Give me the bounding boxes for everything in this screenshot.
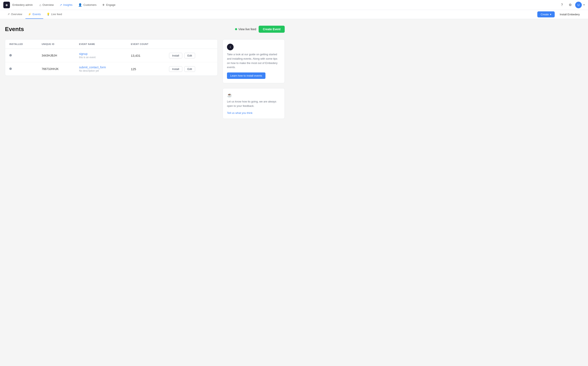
row1-installed bbox=[5, 49, 37, 62]
create-event-label: Create Event bbox=[263, 28, 281, 31]
row2-event-name-cell: submit_contact_form No description yet bbox=[75, 62, 127, 76]
row1-event-name-cell: signup this is an event bbox=[75, 49, 127, 62]
col-actions bbox=[165, 39, 217, 49]
col-unique-id: UNIQUE ID bbox=[37, 39, 75, 49]
sub-nav-livefeed[interactable]: 💡 Live feed bbox=[44, 10, 65, 19]
logo-symbol: ◈ bbox=[5, 3, 8, 7]
sub-nav-events[interactable]: ⚡ Events bbox=[25, 10, 43, 19]
livefeed-icon: 💡 bbox=[46, 13, 50, 16]
row2-event-count: 125 bbox=[127, 62, 165, 76]
table-row: 76673JHHJK submit_contact_form No descri… bbox=[5, 62, 217, 76]
col-installed: INSTALLED bbox=[5, 39, 37, 49]
nav-label-overview: Overview bbox=[42, 3, 54, 7]
events-table-container: INSTALLED UNIQUE ID EVENT NAME EVENT COU… bbox=[5, 39, 218, 76]
events-icon: ⚡ bbox=[28, 13, 31, 16]
row2-installed bbox=[5, 62, 37, 76]
insights-icon: ↗ bbox=[60, 3, 62, 7]
sidebar: i Take a look at our guide on getting st… bbox=[223, 39, 285, 119]
top-nav: ◈ Embedery admin ⌂ Overview ↗ Insights 👤… bbox=[0, 0, 588, 10]
row1-event-desc: this is an event bbox=[79, 56, 123, 59]
content-area: INSTALLED UNIQUE ID EVENT NAME EVENT COU… bbox=[5, 39, 285, 119]
create-chevron-icon: ▾ bbox=[550, 13, 551, 16]
view-live-feed-button[interactable]: View live feed bbox=[235, 28, 256, 31]
col-event-count: EVENT COUNT bbox=[127, 39, 165, 49]
help-icon: ? bbox=[561, 3, 563, 7]
table-body: 3443HJBJH signup this is an event 13,431… bbox=[5, 49, 217, 76]
row1-event-name-link[interactable]: signup bbox=[79, 52, 123, 55]
engage-icon: ✈ bbox=[102, 3, 105, 7]
create-event-button[interactable]: Create Event bbox=[259, 26, 285, 33]
customers-icon: 👤 bbox=[78, 3, 82, 7]
user-avatar[interactable]: U bbox=[575, 2, 582, 8]
row1-event-count: 13,431 bbox=[127, 49, 165, 62]
nav-item-customers[interactable]: 👤 Customers bbox=[76, 2, 99, 8]
create-button-label: Create bbox=[541, 13, 549, 16]
help-button[interactable]: ? bbox=[559, 2, 565, 8]
settings-button[interactable]: ⚙ bbox=[567, 2, 573, 8]
table-row: 3443HJBJH signup this is an event 13,431… bbox=[5, 49, 217, 62]
view-live-feed-label: View live feed bbox=[238, 28, 256, 31]
sub-nav-livefeed-label: Live feed bbox=[51, 13, 62, 16]
table-header: INSTALLED UNIQUE ID EVENT NAME EVENT COU… bbox=[5, 39, 217, 49]
sub-nav-overview[interactable]: ↗ Overview bbox=[5, 10, 25, 19]
main-content: Events View live feed Create Event INSTA… bbox=[0, 19, 290, 125]
info-icon: i bbox=[227, 44, 234, 50]
feedback-card-text: Let us know how its going, we are always… bbox=[227, 99, 280, 108]
page-header-actions: View live feed Create Event bbox=[235, 26, 285, 33]
tell-us-link[interactable]: Tell us what you think bbox=[227, 111, 253, 114]
gear-icon: ⚙ bbox=[569, 3, 572, 7]
coffee-icon: ☕ bbox=[227, 92, 280, 98]
create-button[interactable]: Create ▾ bbox=[537, 11, 555, 17]
learn-how-button[interactable]: Learn how to install events bbox=[227, 72, 265, 79]
row1-install-button[interactable]: Install bbox=[169, 53, 182, 58]
install-embedery-button[interactable]: Install Embedery bbox=[556, 11, 583, 17]
sub-nav-actions: Create ▾ Install Embedery bbox=[537, 11, 583, 17]
sub-nav-overview-label: Overview bbox=[11, 13, 22, 16]
row1-actions: Install Edit bbox=[165, 49, 217, 62]
nav-label-insights: Insights bbox=[63, 3, 73, 7]
page-header: Events View live feed Create Event bbox=[5, 26, 285, 33]
table-header-row: INSTALLED UNIQUE ID EVENT NAME EVENT COU… bbox=[5, 39, 217, 49]
row2-install-button[interactable]: Install bbox=[169, 66, 182, 72]
row2-edit-button[interactable]: Edit bbox=[184, 66, 195, 72]
nav-item-insights[interactable]: ↗ Insights bbox=[57, 2, 75, 8]
nav-item-engage[interactable]: ✈ Engage bbox=[100, 2, 118, 8]
top-nav-right: ? ⚙ U ▾ bbox=[559, 2, 585, 8]
installed-status-dot bbox=[9, 54, 12, 56]
guide-card: i Take a look at our guide on getting st… bbox=[223, 39, 285, 83]
page-title: Events bbox=[5, 26, 24, 32]
user-icon: U bbox=[577, 3, 580, 7]
row2-event-name-link[interactable]: submit_contact_form bbox=[79, 66, 123, 69]
col-event-name: EVENT NAME bbox=[75, 39, 127, 49]
events-table: INSTALLED UNIQUE ID EVENT NAME EVENT COU… bbox=[5, 39, 217, 76]
row2-event-desc: No description yet bbox=[79, 69, 123, 72]
app-name: Embedery admin bbox=[12, 3, 33, 7]
overview-trend-icon: ↗ bbox=[7, 13, 10, 16]
guide-card-text: Take a look at our guide on getting star… bbox=[227, 52, 280, 69]
sub-nav: ↗ Overview ⚡ Events 💡 Live feed Create ▾… bbox=[0, 10, 588, 19]
nav-label-customers: Customers bbox=[83, 3, 97, 7]
user-chevron-icon[interactable]: ▾ bbox=[583, 4, 585, 6]
installed-status-dot bbox=[9, 68, 12, 70]
feedback-card: ☕ Let us know how its going, we are alwa… bbox=[223, 88, 285, 119]
nav-item-overview[interactable]: ⌂ Overview bbox=[37, 2, 56, 8]
app-logo[interactable]: ◈ bbox=[3, 2, 10, 8]
install-button-label: Install Embedery bbox=[560, 13, 580, 16]
sub-nav-events-label: Events bbox=[32, 13, 41, 16]
nav-label-engage: Engage bbox=[106, 3, 115, 7]
row2-actions: Install Edit bbox=[165, 62, 217, 76]
live-status-dot bbox=[235, 28, 237, 30]
row1-unique-id: 3443HJBJH bbox=[37, 49, 75, 62]
home-icon: ⌂ bbox=[39, 3, 41, 7]
row2-unique-id: 76673JHHJK bbox=[37, 62, 75, 76]
row1-edit-button[interactable]: Edit bbox=[184, 53, 195, 58]
